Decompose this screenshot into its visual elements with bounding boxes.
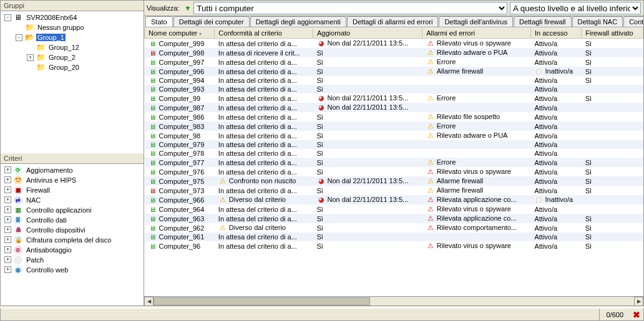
hsb-left-button[interactable]: ◀ — [144, 297, 154, 306]
tree-label[interactable]: Aggiornamento — [25, 166, 74, 174]
table-row[interactable]: 🖥Computer_962⚠Diverso dal criterioSì⚠Ril… — [145, 223, 643, 232]
grid-scroll[interactable]: Nome computer▾Conformità al criterioAggi… — [144, 27, 643, 296]
group-tree-item[interactable]: 📁Group_20 — [1, 62, 144, 72]
expand-toggle[interactable]: + — [4, 226, 11, 233]
tab[interactable]: Dettagli dei computer — [173, 16, 250, 27]
table-row[interactable]: 🖥Computer_961In attesa del criterio di a… — [145, 232, 643, 241]
column-header[interactable]: In accesso — [530, 28, 581, 39]
expand-toggle[interactable]: + — [4, 206, 11, 213]
table-row[interactable]: 🖥Computer_98In attesa del criterio di a.… — [145, 131, 643, 140]
tree-label[interactable]: NAC — [25, 196, 42, 204]
tab[interactable]: Controllo app — [623, 16, 643, 27]
tree-label[interactable]: SVR2008Entx64 — [25, 14, 78, 21]
expand-toggle[interactable]: + — [4, 246, 11, 253]
tree-label[interactable]: Controllo dispositivi — [25, 226, 87, 234]
group-tree-item[interactable]: -📂Group_1 — [1, 32, 144, 42]
table-row[interactable]: 🖥Computer_963In attesa del criterio di a… — [145, 214, 643, 223]
tree-label[interactable]: Patch — [25, 256, 45, 264]
expand-toggle[interactable]: + — [4, 256, 11, 263]
tab[interactable]: Dettagli dell'antivirus — [439, 16, 513, 27]
table-row[interactable]: 🖥Computer_99In attesa del criterio di a.… — [145, 93, 643, 103]
tree-label[interactable]: Antisabotaggio — [25, 246, 73, 254]
filter-combo[interactable]: Tutti i computer — [193, 2, 507, 14]
criteria-tree-item[interactable]: +🛡Antivirus e HIPS — [1, 175, 144, 185]
table-row[interactable]: 🖥Computer_977In attesa del criterio di a… — [145, 158, 643, 167]
column-header[interactable]: Conformità al criterio — [215, 28, 313, 39]
criteria-tree-item[interactable]: +▥Controllo applicazioni — [1, 205, 144, 215]
hsb-track[interactable] — [154, 297, 634, 306]
criteria-tree-item[interactable]: +🔒Cifratura completa del disco — [1, 235, 144, 245]
expand-toggle[interactable]: + — [4, 236, 11, 243]
expand-toggle[interactable] — [16, 24, 22, 31]
tab[interactable]: Stato — [145, 16, 173, 27]
tab[interactable]: Dettagli degli aggiornamenti — [250, 16, 346, 27]
criteria-tree-item[interactable]: +◍Controllo web — [1, 265, 144, 275]
expand-toggle[interactable]: - — [4, 14, 11, 21]
table-row[interactable]: 🖥Computer_96In attesa del criterio di a.… — [145, 241, 643, 251]
expand-toggle[interactable]: - — [16, 34, 22, 41]
horizontal-scrollbar[interactable]: ◀ ▶ — [144, 296, 643, 305]
tree-label[interactable]: Group_1 — [36, 34, 66, 41]
group-tree-item[interactable]: -🖥SVR2008Entx64 — [1, 12, 144, 22]
group-tree-item[interactable]: +📁Group_2 — [1, 52, 144, 62]
criteria-tree-item[interactable]: +▦Firewall — [1, 185, 144, 195]
criteria-tree-item[interactable]: +Patch — [1, 255, 144, 265]
expand-toggle[interactable] — [27, 44, 34, 51]
expand-toggle[interactable]: + — [4, 266, 11, 273]
criteria-tree-item[interactable]: +⟳Aggiornamento — [1, 165, 144, 175]
column-header[interactable]: Nome computer▾ — [145, 28, 215, 39]
table-row[interactable]: 🖥Computer_979In attesa del criterio di a… — [145, 140, 643, 149]
criteria-tree-item[interactable]: +⇄NAC — [1, 195, 144, 205]
table-row[interactable]: 🖥Computer_966⚠Diverso dal criterio◕Non d… — [145, 195, 643, 204]
expand-toggle[interactable]: + — [4, 176, 11, 183]
table-row[interactable]: 🖥Computer_983In attesa del criterio di a… — [145, 122, 643, 131]
table-row[interactable]: 🖥Computer_999In attesa del criterio di a… — [145, 39, 643, 49]
criteria-tree[interactable]: +⟳Aggiornamento+🛡Antivirus e HIPS+▦Firew… — [1, 164, 144, 306]
tab[interactable]: Dettagli firewall — [514, 16, 572, 27]
column-header[interactable]: Allarmi ed errori — [422, 28, 531, 39]
expand-toggle[interactable]: + — [27, 54, 34, 61]
table-row[interactable]: 🖥Computer_987In attesa del criterio di a… — [145, 103, 643, 112]
column-header[interactable]: Aggiornato — [313, 28, 422, 39]
criteria-tree-item[interactable]: +🖶Controllo dispositivi — [1, 225, 144, 235]
table-row[interactable]: 🖥Computer_973In attesa del criterio di a… — [145, 186, 643, 195]
computer-grid[interactable]: Nome computer▾Conformità al criterioAggi… — [144, 28, 643, 251]
tree-label[interactable]: Antivirus e HIPS — [25, 176, 77, 184]
table-row[interactable]: 🖥Computer_964In attesa del criterio di a… — [145, 204, 643, 214]
expand-toggle[interactable] — [27, 64, 34, 71]
grid-header-row[interactable]: Nome computer▾Conformità al criterioAggi… — [145, 28, 643, 39]
level-combo[interactable]: A questo livello e al livello inferiore — [510, 2, 641, 14]
tree-label[interactable]: Group_20 — [47, 64, 80, 71]
tree-label[interactable]: Controllo web — [25, 266, 69, 274]
table-row[interactable]: 🖥Computer_978In attesa del criterio di a… — [145, 149, 643, 158]
tree-label[interactable]: Group_12 — [47, 44, 80, 51]
table-row[interactable]: 🖥Computer_997In attesa del criterio di a… — [145, 57, 643, 67]
hsb-thumb[interactable] — [154, 297, 370, 305]
group-tree-item[interactable]: 📁Group_12 — [1, 42, 144, 52]
criteria-tree-item[interactable]: +⊘Antisabotaggio — [1, 245, 144, 255]
tree-label[interactable]: Group_2 — [47, 54, 77, 61]
table-row[interactable]: 🖥Computer_998In attesa di ricevere il cr… — [145, 48, 643, 57]
tree-label[interactable]: Cifratura completa del disco — [25, 236, 112, 244]
expand-toggle[interactable]: + — [4, 216, 11, 223]
table-row[interactable]: 🖥Computer_996In attesa del criterio di a… — [145, 67, 643, 76]
table-row[interactable]: 🖥Computer_994In attesa del criterio di a… — [145, 76, 643, 85]
tree-label[interactable]: Controllo dati — [25, 216, 68, 224]
table-row[interactable]: 🖥Computer_986In attesa del criterio di a… — [145, 112, 643, 122]
group-tree-item[interactable]: 📁Nessun gruppo — [1, 22, 144, 32]
groups-tree[interactable]: -🖥SVR2008Entx64📁Nessun gruppo-📂Group_1📁G… — [1, 11, 144, 153]
tab[interactable]: Dettagli NAC — [572, 16, 623, 27]
column-header[interactable]: Firewall attivato — [582, 28, 643, 39]
expand-toggle[interactable]: + — [4, 196, 11, 203]
tree-label[interactable]: Nessun gruppo — [36, 24, 85, 31]
tree-label[interactable]: Firewall — [25, 186, 51, 194]
table-row[interactable]: 🖥Computer_976In attesa del criterio di a… — [145, 167, 643, 176]
tab[interactable]: Dettagli di allarmi ed errori — [347, 16, 438, 27]
hsb-right-button[interactable]: ▶ — [634, 297, 643, 306]
tree-label[interactable]: Controllo applicazioni — [25, 206, 93, 214]
status-alert-icon[interactable]: ✖ — [630, 310, 643, 320]
criteria-tree-item[interactable]: +≣Controllo dati — [1, 215, 144, 225]
table-row[interactable]: 🖥Computer_975⚠Confronto non riuscito◕Non… — [145, 176, 643, 186]
expand-toggle[interactable]: + — [4, 186, 11, 193]
table-row[interactable]: 🖥Computer_993In attesa del criterio di a… — [145, 85, 643, 93]
